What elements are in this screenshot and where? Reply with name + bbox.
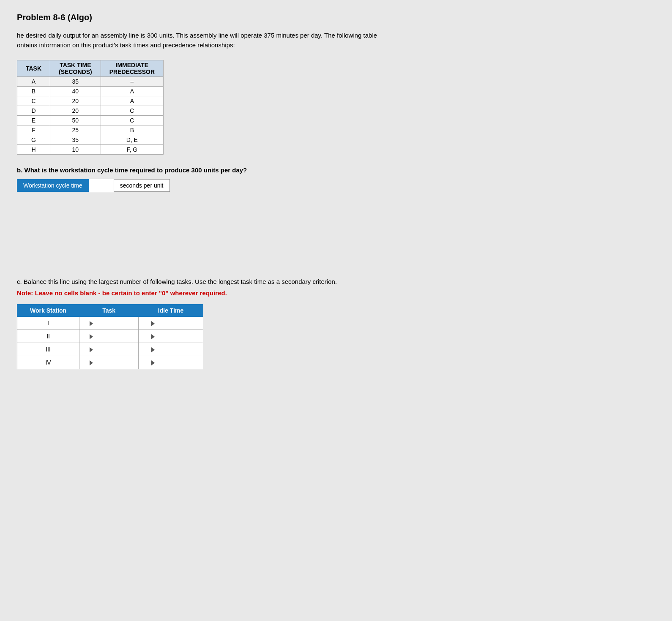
part-c-note: Note: Leave no cells blank - be certain …	[17, 289, 655, 297]
idle-input[interactable]	[156, 320, 190, 327]
idle-arrow-icon	[151, 321, 155, 326]
task-arrow-icon	[90, 360, 93, 365]
ws-idle-cell[interactable]	[139, 343, 203, 356]
task-arrow-icon	[90, 334, 93, 339]
task-input[interactable]	[95, 320, 128, 327]
cycle-time-label: Workstation cycle time	[17, 179, 89, 192]
ws-station-cell: II	[17, 330, 79, 343]
ws-idle-cell[interactable]	[139, 356, 203, 369]
ws-station-cell: I	[17, 317, 79, 330]
col-header-pred: IMMEDIATE PREDECESSOR	[101, 60, 163, 77]
ws-col-header-station: Work Station	[17, 305, 79, 317]
table-row: E50C	[17, 116, 164, 125]
table-row: B40A	[17, 87, 164, 96]
idle-arrow-icon	[151, 360, 155, 365]
ws-col-header-idle: Idle Time	[139, 305, 203, 317]
table-row: H10F, G	[17, 145, 164, 155]
ws-table-row: I	[17, 317, 203, 330]
cycle-time-input[interactable]	[89, 179, 114, 192]
ws-table-row: II	[17, 330, 203, 343]
page-title: Problem 8-6 (Algo)	[17, 13, 655, 22]
idle-arrow-icon	[151, 334, 155, 339]
task-table: TASK TASK TIME (SECONDS) IMMEDIATE PREDE…	[17, 60, 164, 155]
cycle-time-row: Workstation cycle time seconds per unit	[17, 179, 655, 192]
task-input[interactable]	[95, 359, 128, 366]
workstation-table: Work Station Task Idle Time IIIIIIIV	[17, 304, 203, 369]
idle-arrow-icon	[151, 347, 155, 352]
ws-idle-cell[interactable]	[139, 317, 203, 330]
part-c-text: c. Balance this line using the largest n…	[17, 277, 655, 287]
ws-task-cell[interactable]	[79, 356, 139, 369]
table-row: A35–	[17, 77, 164, 87]
ws-table-row: IV	[17, 356, 203, 369]
task-input[interactable]	[95, 333, 128, 340]
col-header-task: TASK	[17, 60, 50, 77]
idle-input[interactable]	[156, 333, 190, 340]
ws-table-row: III	[17, 343, 203, 356]
ws-idle-cell[interactable]	[139, 330, 203, 343]
col-header-time: TASK TIME (SECONDS)	[50, 60, 101, 77]
idle-input[interactable]	[156, 346, 190, 353]
ws-task-cell[interactable]	[79, 330, 139, 343]
ws-task-cell[interactable]	[79, 343, 139, 356]
table-row: F25B	[17, 125, 164, 135]
table-row: G35D, E	[17, 135, 164, 145]
table-row: C20A	[17, 96, 164, 106]
ws-station-cell: III	[17, 343, 79, 356]
ws-task-cell[interactable]	[79, 317, 139, 330]
cycle-time-unit: seconds per unit	[114, 179, 170, 192]
part-b-question: b. What is the workstation cycle time re…	[17, 166, 655, 174]
intro-text: he desired daily output for an assembly …	[17, 31, 397, 50]
task-input[interactable]	[95, 346, 128, 353]
task-arrow-icon	[90, 321, 93, 326]
ws-col-header-task: Task	[79, 305, 139, 317]
part-c-section: c. Balance this line using the largest n…	[17, 277, 655, 369]
ws-station-cell: IV	[17, 356, 79, 369]
task-arrow-icon	[90, 347, 93, 352]
part-b-section: b. What is the workstation cycle time re…	[17, 166, 655, 192]
idle-input[interactable]	[156, 359, 190, 366]
table-row: D20C	[17, 106, 164, 116]
